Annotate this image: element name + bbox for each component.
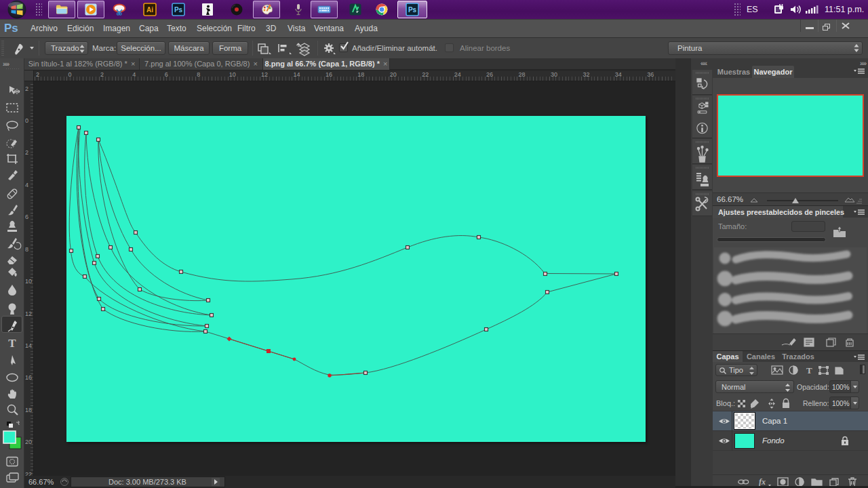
svg-text:Ps: Ps <box>174 6 183 14</box>
svg-text:Ai: Ai <box>146 6 153 14</box>
svg-text:T: T <box>8 337 16 350</box>
svg-text:fx: fx <box>759 477 766 487</box>
svg-text:T: T <box>806 365 812 375</box>
svg-text:Ps: Ps <box>408 6 417 14</box>
